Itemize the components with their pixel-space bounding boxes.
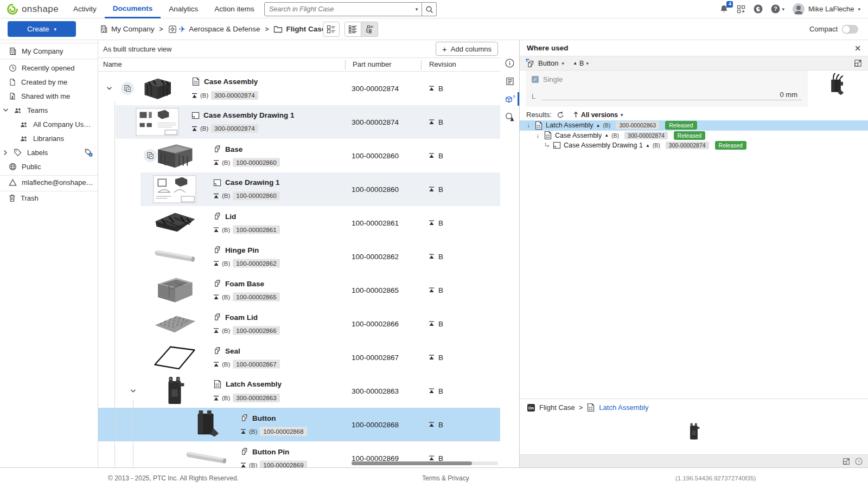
where-used-result-case-assembly[interactable]: ↓Case Assembly▲(B)300-00002874Released — [520, 131, 868, 141]
add-columns-button[interactable]: + Add columns — [436, 42, 498, 56]
search-filter-caret-icon[interactable]: ▾ — [412, 7, 422, 12]
popout-icon[interactable] — [854, 59, 862, 67]
result-revision-marker: (B) — [611, 132, 619, 139]
single-checkbox[interactable]: ✓ — [532, 76, 539, 83]
learning-center-icon[interactable] — [754, 4, 763, 14]
notifications-button[interactable]: 4 — [719, 4, 729, 14]
row-thumbnail — [151, 241, 198, 272]
rev-icon — [429, 119, 435, 125]
rev-icon — [429, 153, 435, 159]
onshape-logo[interactable]: onshape — [0, 3, 65, 15]
breadcrumb-flight-case[interactable]: Flight Case — [273, 25, 326, 33]
sidebar-item-recently-opened[interactable]: Recently opened — [0, 61, 98, 75]
sidebar-item-all-company-users[interactable]: All Company Users — [0, 117, 98, 131]
row-name-block: Foam Base(B)100-00002865 — [213, 279, 280, 301]
view-toggles — [323, 22, 378, 37]
where-used-filters: ✓ Single L 0 mm — [526, 70, 808, 107]
row-part-number: 300-00002863 — [352, 387, 399, 395]
nav-item-analytics[interactable]: Analytics — [161, 0, 206, 18]
list-view-button[interactable] — [323, 22, 340, 37]
table-row-case-assembly-drawing-1[interactable]: Case Assembly Drawing 1(B)300-0000287430… — [98, 105, 500, 139]
sidebar-item-my-company[interactable]: My Company — [0, 43, 98, 59]
table-row-case-assembly[interactable]: Case Assembly(B)300-00002874300-00002874… — [98, 72, 500, 105]
where-used-result-latch-assembly[interactable]: ↓Latch Assembly▲(B)300-00002863Released — [520, 120, 868, 131]
length-input[interactable]: 0 mm — [542, 91, 802, 100]
help-circle-icon[interactable]: ? — [855, 458, 863, 465]
row-revision-marker: (B) — [222, 260, 230, 267]
sidebar-item-shared-with-me[interactable]: Shared with me — [0, 89, 98, 103]
table-row-latch-assembly[interactable]: Latch Assembly(B)300-00002863300-0000286… — [98, 374, 500, 408]
single-checkbox-row[interactable]: ✓ Single — [532, 75, 802, 84]
breadcrumb-label: My Company — [111, 25, 155, 33]
sidebar-item-public[interactable]: Public — [0, 159, 98, 174]
table-row-button[interactable]: Button(B)100-00002868100-00002868B — [98, 408, 500, 441]
row-revision: B — [429, 387, 443, 395]
close-icon[interactable]: ✕ — [854, 44, 861, 53]
search-input[interactable] — [265, 5, 412, 13]
panel-bottom-bar: ? — [520, 454, 868, 467]
help-menu[interactable]: ? ▾ — [771, 4, 784, 14]
create-button[interactable]: Create ▾ — [8, 21, 76, 37]
sidebar-item-teams[interactable]: Teams — [0, 103, 98, 117]
context-item-link[interactable]: Latch Assembly — [599, 403, 648, 412]
revision-selector-dropdown[interactable]: ▲ B ▾ — [573, 60, 589, 67]
detail-view-button[interactable] — [344, 22, 361, 37]
breadcrumb-my-company[interactable]: My Company — [100, 25, 155, 33]
table-row-seal[interactable]: Seal(B)100-00002867100-00002867B — [98, 341, 500, 374]
sidebar-item-created-by-me[interactable]: Created by me — [0, 75, 98, 89]
where-used-result-case-assembly-drawing-1[interactable]: Case Assembly Drawing 1▲(B)300-00002874R… — [520, 140, 868, 151]
rev-icon — [429, 422, 435, 428]
chevron-down-icon[interactable] — [2, 108, 9, 112]
panel-tab-info[interactable] — [500, 54, 519, 72]
linked-document-icon[interactable] — [121, 82, 134, 95]
chevron-down-icon[interactable] — [130, 389, 136, 393]
nav-item-action-items[interactable]: Action items — [206, 0, 263, 18]
breadcrumb-aerospace-defense[interactable]: ✈ Aerospace & Defense — [168, 24, 260, 34]
user-name: Mike LaFleche — [808, 5, 854, 13]
column-header-part-number[interactable]: Part number — [345, 60, 392, 70]
sidebar-item-trash[interactable]: Trash — [0, 191, 98, 205]
panel-tab-release[interactable] — [500, 108, 519, 126]
table-row-foam-lid[interactable]: Foam Lid(B)100-00002866100-00002866B — [98, 307, 500, 341]
part-selector-dropdown[interactable]: Button ▾ — [526, 59, 564, 68]
row-thumbnail — [151, 308, 198, 339]
nav-item-documents[interactable]: Documents — [105, 0, 161, 18]
table-row-base[interactable]: Base(B)100-00002860100-00002860B — [98, 139, 500, 172]
row-name-block: Seal(B)100-00002867 — [213, 346, 280, 369]
chevron-right-icon[interactable] — [2, 150, 9, 156]
terms-privacy-link[interactable]: Terms & Privacy — [422, 474, 469, 482]
where-used-panel: Where used ✕ Button ▾ ▲ B ▾ ✓ Single L 0… — [519, 40, 868, 467]
selected-revision: B — [579, 60, 584, 67]
all-versions-dropdown[interactable]: All versions ▾ — [573, 111, 623, 119]
table-row-hinge-pin[interactable]: Hinge Pin(B)100-00002862100-00002862B — [98, 240, 500, 273]
result-name: Case Assembly Drawing 1 — [564, 142, 643, 149]
user-menu[interactable]: Mike LaFleche ▾ — [793, 3, 860, 15]
table-row-lid[interactable]: Lid(B)100-00002861100-00002861B — [98, 206, 500, 240]
search-button[interactable] — [422, 2, 437, 16]
column-header-name[interactable]: Name — [103, 60, 122, 68]
chevron-down-icon[interactable] — [106, 86, 112, 91]
horizontal-scrollbar[interactable] — [352, 461, 472, 465]
row-name: Seal — [225, 346, 240, 355]
column-header-revision[interactable]: Revision — [421, 60, 456, 70]
breadcrumb-separator: > — [265, 25, 269, 33]
sidebar-item-mlafleche-onshape-com[interactable]: mlafleche@onshape.com — [0, 175, 98, 189]
panel-tab-whereused[interactable]: ? — [500, 90, 519, 108]
length-filter-row: L 0 mm — [532, 91, 802, 100]
sidebar-item-librarians[interactable]: Librarians — [0, 131, 98, 145]
sidebar-item-labels[interactable]: Labels — [0, 145, 98, 159]
panel-tab-props[interactable] — [500, 72, 519, 90]
structure-view-button[interactable] — [361, 22, 378, 37]
plus-icon: + — [442, 44, 447, 54]
apps-grid-icon[interactable] — [737, 5, 745, 14]
compact-label: Compact — [809, 25, 838, 33]
compact-toggle[interactable] — [842, 25, 858, 34]
table-row-foam-base[interactable]: Foam Base(B)100-00002865100-00002865B — [98, 273, 500, 307]
popout-icon[interactable] — [843, 458, 850, 465]
row-name: Hinge Pin — [225, 246, 259, 254]
refresh-icon[interactable] — [557, 111, 564, 119]
tag-add-icon[interactable] — [84, 149, 93, 157]
row-revision-marker: (B) — [200, 125, 208, 132]
nav-item-activity[interactable]: Activity — [65, 0, 105, 18]
table-row-case-drawing-1[interactable]: Case Drawing 1(B)100-00002860100-0000286… — [98, 172, 500, 206]
